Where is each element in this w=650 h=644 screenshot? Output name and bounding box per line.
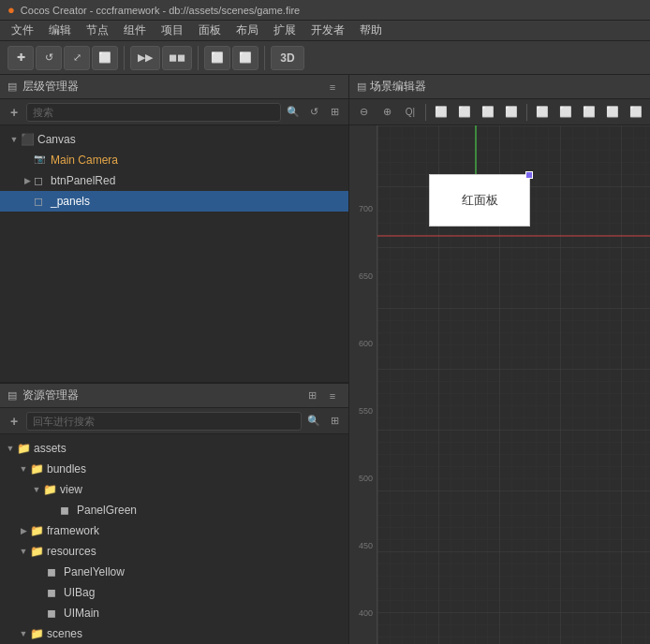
tree-item-panel-green[interactable]: ◼ PanelGreen <box>0 500 348 520</box>
menu-node[interactable]: 节点 <box>79 21 116 40</box>
ruler-600: 600 <box>359 339 373 348</box>
tree-item-ui-main[interactable]: ◼ UIMain <box>0 603 348 623</box>
toolbar-3d-btn[interactable]: 3D <box>271 46 304 70</box>
hierarchy-refresh-icon[interactable]: ↺ <box>305 104 322 121</box>
resources-folder-icon: 📁 <box>30 545 43 558</box>
hierarchy-tree: ⬛ Canvas 📷 Main Camera ◻ btnPanelRed <box>0 125 348 382</box>
tool9-btn[interactable]: ⬜ <box>626 102 646 123</box>
camera-label: Main Camera <box>51 154 118 167</box>
view-label: view <box>60 483 82 496</box>
tool5-btn[interactable]: ⬜ <box>532 102 553 123</box>
tool1-btn[interactable]: ⬜ <box>431 102 451 123</box>
toolbar-expand-btn[interactable]: ⤢ <box>64 46 90 70</box>
canvas-icon: ⬛ <box>21 133 34 146</box>
asset-menu-btn[interactable]: ≡ <box>324 388 341 404</box>
panel-yellow-icon: ◼ <box>47 565 60 578</box>
tree-item-view[interactable]: 📁 view <box>0 479 348 500</box>
asset-search-icon[interactable]: 🔍 <box>305 413 322 430</box>
ruler-400: 400 <box>359 608 373 618</box>
hierarchy-search-input[interactable] <box>26 103 281 122</box>
resources-arrow <box>17 545 30 558</box>
ruler-650: 650 <box>359 271 373 281</box>
left-panel: ▤ 层级管理器 ≡ + 🔍 ↺ ⊞ ⬛ Canvas <box>0 75 349 644</box>
menu-project[interactable]: 项目 <box>154 21 191 40</box>
toolbar-tool2-btn[interactable]: ⬜ <box>232 46 259 70</box>
hierarchy-menu-btn[interactable]: ≡ <box>324 79 341 95</box>
camera-icon: 📷 <box>34 154 47 167</box>
tree-item-main-camera[interactable]: 📷 Main Camera <box>0 150 348 170</box>
tree-item-canvas[interactable]: ⬛ Canvas <box>0 129 348 150</box>
bundles-folder-icon: 📁 <box>30 462 43 476</box>
tool4-btn[interactable]: ⬜ <box>501 102 522 123</box>
ruler-500: 500 <box>359 474 373 483</box>
menu-file[interactable]: 文件 <box>4 21 41 40</box>
tree-item-resources[interactable]: 📁 resources <box>0 541 348 562</box>
sep2 <box>526 104 527 121</box>
zoom-out-btn[interactable]: ⊖ <box>353 102 374 123</box>
hierarchy-search-icon[interactable]: 🔍 <box>285 104 302 121</box>
zoom-fit-btn[interactable]: Q| <box>400 102 421 123</box>
toolbar-refresh-btn[interactable]: ↺ <box>36 46 62 70</box>
canvas-arrow <box>7 133 21 146</box>
assets-label: assets <box>34 442 66 455</box>
toolbar-stop-btn[interactable]: ◼◼ <box>162 46 192 70</box>
tool7-btn[interactable]: ⬜ <box>579 102 599 123</box>
toolbar-tool1-btn[interactable]: ⬜ <box>204 46 230 70</box>
tool3-btn[interactable]: ⬜ <box>478 102 498 123</box>
menu-help[interactable]: 帮助 <box>352 21 390 40</box>
hierarchy-add-btn[interactable]: + <box>6 104 22 121</box>
asset-add-btn[interactable]: + <box>6 413 22 430</box>
toolbar-select-btn[interactable]: ⬜ <box>92 46 118 70</box>
scenes-label: scenes <box>47 627 82 640</box>
toolbar-play-btn[interactable]: ▶▶ <box>130 46 160 70</box>
tool6-btn[interactable]: ⬜ <box>555 102 576 123</box>
asset-search-bar: + 🔍 ⊞ <box>0 408 348 434</box>
menu-layout[interactable]: 布局 <box>229 21 266 40</box>
tree-item-assets[interactable]: 📁 assets <box>0 438 348 459</box>
view-arrow <box>30 483 43 496</box>
tool2-btn[interactable]: ⬜ <box>454 102 475 123</box>
tree-item-ui-bag[interactable]: ◼ UIBag <box>0 582 348 603</box>
panels-icon: ◻ <box>34 195 47 208</box>
tree-item-bundles[interactable]: 📁 bundles <box>0 459 348 479</box>
tree-item-scenes[interactable]: 📁 scenes <box>0 623 348 644</box>
tree-item-panels[interactable]: ◻ _panels <box>0 191 348 212</box>
widget-handle-tr[interactable] <box>525 171 533 179</box>
scene-viewport[interactable]: 700 650 600 550 500 450 400 <box>349 125 650 644</box>
btn-icon: ◻ <box>34 174 47 187</box>
sep1 <box>425 104 426 121</box>
hierarchy-icon: ▤ <box>7 80 17 93</box>
scenes-folder-icon: 📁 <box>30 627 43 640</box>
ui-bag-label: UIBag <box>64 586 95 599</box>
scene-panel-widget[interactable]: 红面板 <box>429 174 530 227</box>
toolbar-add-btn[interactable]: ✚ <box>7 46 34 70</box>
ruler-450: 450 <box>359 541 373 550</box>
app-icon: ● <box>7 3 15 17</box>
menu-bar: 文件 编辑 节点 组件 项目 面板 布局 扩展 开发者 帮助 <box>0 21 650 41</box>
scenes-arrow <box>17 627 30 640</box>
ruler-550: 550 <box>359 406 373 416</box>
tree-item-btn-panel-red[interactable]: ◻ btnPanelRed <box>0 170 348 191</box>
tool8-btn[interactable]: ⬜ <box>602 102 623 123</box>
scene-header-title: 场景编辑器 <box>370 79 426 95</box>
menu-edit[interactable]: 编辑 <box>41 21 79 40</box>
framework-arrow <box>17 524 30 537</box>
hierarchy-expand-icon[interactable]: ⊞ <box>326 104 343 121</box>
main-layout: ▤ 层级管理器 ≡ + 🔍 ↺ ⊞ ⬛ Canvas <box>0 75 650 644</box>
ui-main-label: UIMain <box>64 607 99 620</box>
tree-item-framework[interactable]: 📁 framework <box>0 520 348 541</box>
asset-icon: ▤ <box>7 389 17 402</box>
asset-filter-icon[interactable]: ⊞ <box>326 413 343 430</box>
ui-main-icon: ◼ <box>47 607 60 620</box>
zoom-in-btn[interactable]: ⊕ <box>377 102 397 123</box>
menu-extend[interactable]: 扩展 <box>266 21 303 40</box>
menu-panel[interactable]: 面板 <box>191 21 229 40</box>
tree-item-panel-yellow[interactable]: ◼ PanelYellow <box>0 562 348 582</box>
panel-green-label: PanelGreen <box>77 504 137 517</box>
menu-developer[interactable]: 开发者 <box>303 21 352 40</box>
asset-new-btn[interactable]: ⊞ <box>303 388 320 404</box>
menu-component[interactable]: 组件 <box>116 21 154 40</box>
asset-panel: ▤ 资源管理器 ⊞ ≡ + 🔍 ⊞ 📁 assets <box>0 384 348 644</box>
hierarchy-title: 层级管理器 <box>22 79 79 95</box>
asset-search-input[interactable] <box>26 412 302 431</box>
